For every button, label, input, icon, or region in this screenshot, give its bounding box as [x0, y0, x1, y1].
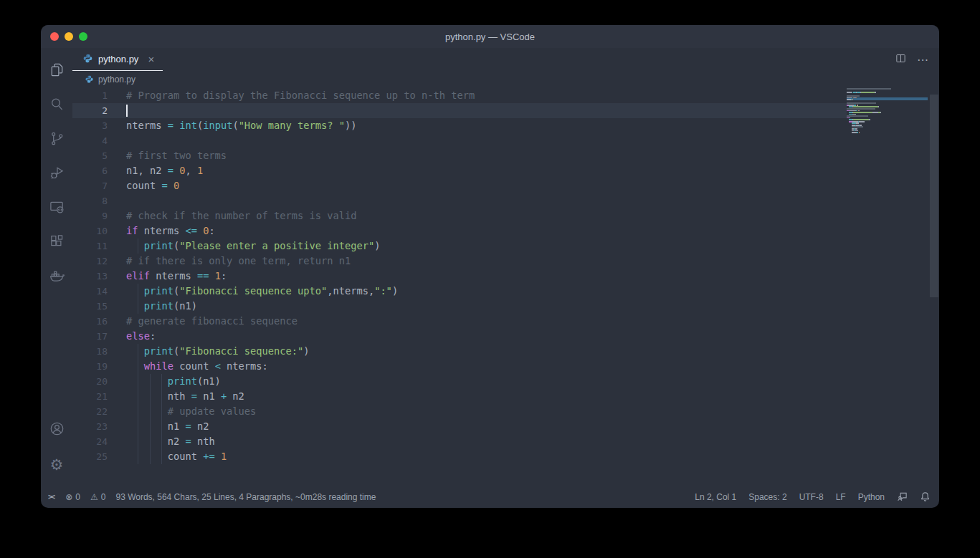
- minimap-rows: [847, 88, 928, 134]
- code-line-16[interactable]: 16# generate fibonacci sequence: [72, 314, 847, 329]
- notifications-bell-icon[interactable]: [920, 491, 931, 502]
- line-number[interactable]: 11: [72, 241, 108, 251]
- close-window-button[interactable]: [50, 32, 59, 41]
- python-file-icon: [85, 75, 94, 85]
- line-number[interactable]: 1: [72, 90, 108, 101]
- status-indentation[interactable]: Spaces: 2: [748, 492, 786, 502]
- python-file-icon: [82, 54, 93, 64]
- code-line-6[interactable]: 6n1, n2 = 0, 1: [72, 163, 847, 178]
- line-number[interactable]: 14: [72, 286, 108, 297]
- more-actions-icon[interactable]: ⋯: [917, 53, 929, 67]
- code-line-3[interactable]: 3nterms = int(input("How many terms? ")): [72, 118, 847, 133]
- breadcrumb[interactable]: python.py: [72, 71, 939, 88]
- account-icon: [49, 420, 65, 440]
- line-number[interactable]: 17: [72, 331, 108, 342]
- warning-icon: ⚠: [90, 492, 98, 502]
- editor-actions: ⋯: [895, 48, 939, 71]
- code-line-9[interactable]: 9# check if the number of terms is valid: [72, 208, 847, 223]
- code-line-25[interactable]: 25 count += 1: [72, 449, 847, 464]
- document-stats[interactable]: 93 Words, 564 Chars, 25 Lines, 4 Paragra…: [115, 492, 376, 502]
- window-title: python.py — VSCode: [41, 32, 939, 42]
- maximize-window-button[interactable]: [79, 32, 87, 41]
- code-line-8[interactable]: 8: [72, 193, 847, 208]
- warning-count: 0: [101, 492, 106, 502]
- text-cursor: [126, 105, 128, 117]
- line-number[interactable]: 24: [72, 436, 108, 447]
- code-line-21[interactable]: 21 nth = n1 + n2: [72, 389, 847, 404]
- code-line-20[interactable]: 20 print(n1): [72, 374, 847, 389]
- code-line-2[interactable]: 2: [72, 103, 847, 118]
- line-number[interactable]: 3: [72, 120, 108, 131]
- line-number[interactable]: 9: [72, 211, 108, 221]
- code-editor[interactable]: 1# Program to display the Fibonacci sequ…: [72, 88, 939, 486]
- titlebar[interactable]: python.py — VSCode: [41, 25, 939, 48]
- code-line-24[interactable]: 24 n2 = nth: [72, 434, 847, 449]
- activity-item-explorer[interactable]: [41, 54, 72, 88]
- activity-item-extensions[interactable]: [41, 226, 72, 260]
- line-number[interactable]: 2: [72, 105, 108, 116]
- code-line-22[interactable]: 22 # update values: [72, 404, 847, 419]
- line-number[interactable]: 5: [72, 150, 108, 161]
- code-line-23[interactable]: 23 n1 = n2: [72, 419, 847, 434]
- code-line-15[interactable]: 15 print(n1): [72, 299, 847, 314]
- line-number[interactable]: 7: [72, 181, 108, 191]
- code-lines: 1# Program to display the Fibonacci sequ…: [72, 88, 847, 464]
- code-line-11[interactable]: 11 print("Please enter a positive intege…: [72, 239, 847, 254]
- minimap[interactable]: [847, 88, 928, 134]
- line-number[interactable]: 18: [72, 346, 108, 357]
- search-icon: [49, 96, 65, 115]
- activity-item-docker[interactable]: [41, 260, 72, 294]
- status-eol[interactable]: LF: [836, 492, 846, 502]
- status-line-col[interactable]: Ln 2, Col 1: [695, 492, 736, 502]
- line-number[interactable]: 22: [72, 406, 108, 417]
- line-number[interactable]: 10: [72, 226, 108, 236]
- line-number[interactable]: 23: [72, 421, 108, 432]
- line-number[interactable]: 25: [72, 451, 108, 462]
- line-number[interactable]: 19: [72, 361, 108, 372]
- tab-close-icon[interactable]: ×: [148, 54, 154, 64]
- code-line-7[interactable]: 7count = 0: [72, 178, 847, 193]
- status-language[interactable]: Python: [858, 492, 885, 502]
- minimize-window-button[interactable]: [65, 32, 73, 41]
- line-number[interactable]: 8: [72, 196, 108, 206]
- line-number[interactable]: 13: [72, 271, 108, 282]
- code-line-4[interactable]: 4: [72, 133, 847, 148]
- activity-item-source-control[interactable]: [41, 122, 72, 157]
- problems-status[interactable]: ⊗ 0 ⚠ 0: [65, 492, 105, 502]
- split-editor-icon[interactable]: [895, 52, 907, 67]
- code-line-12[interactable]: 12# if there is only one term, return n1: [72, 254, 847, 269]
- line-number[interactable]: 15: [72, 301, 108, 312]
- remote-indicator-icon[interactable]: ><: [48, 492, 55, 501]
- line-number[interactable]: 21: [72, 391, 108, 402]
- activity-item-search[interactable]: [41, 88, 72, 122]
- code-line-17[interactable]: 17else:: [72, 329, 847, 344]
- code-line-13[interactable]: 13elif nterms == 1:: [72, 269, 847, 284]
- line-number[interactable]: 6: [72, 165, 108, 176]
- line-number[interactable]: 12: [72, 256, 108, 266]
- breadcrumb-file-label[interactable]: python.py: [98, 74, 135, 85]
- activity-item-account[interactable]: [41, 413, 72, 447]
- status-bar: >< ⊗ 0 ⚠ 0 93 Words, 564 Chars, 25 Lines…: [41, 486, 939, 508]
- remote-explorer-icon: [49, 199, 65, 218]
- error-count: 0: [75, 492, 80, 502]
- code-line-1[interactable]: 1# Program to display the Fibonacci sequ…: [72, 88, 847, 103]
- activity-item-remote-explorer[interactable]: [41, 191, 72, 226]
- error-icon: ⊗: [65, 492, 72, 502]
- line-number[interactable]: 4: [72, 135, 108, 146]
- feedback-icon[interactable]: [897, 491, 908, 502]
- status-encoding[interactable]: UTF-8: [799, 492, 824, 502]
- code-line-18[interactable]: 18 print("Fibonacci sequence:"): [72, 344, 847, 359]
- code-line-14[interactable]: 14 print("Fibonacci sequence upto",nterm…: [72, 284, 847, 299]
- activity-item-settings[interactable]: ⚙: [41, 447, 72, 481]
- code-line-10[interactable]: 10if nterms <= 0:: [72, 223, 847, 239]
- minimap-current-line-highlight: [847, 97, 928, 100]
- tab-python-py[interactable]: python.py ×: [72, 48, 163, 71]
- code-line-5[interactable]: 5# first two terms: [72, 148, 847, 163]
- git-branch-icon: [49, 130, 65, 150]
- run-and-debug-icon: [49, 165, 65, 184]
- code-line-19[interactable]: 19 while count < nterms:: [72, 359, 847, 374]
- line-number[interactable]: 20: [72, 376, 108, 387]
- editor-scrollbar[interactable]: [930, 95, 938, 297]
- line-number[interactable]: 16: [72, 316, 108, 327]
- activity-item-run-debug[interactable]: [41, 157, 72, 191]
